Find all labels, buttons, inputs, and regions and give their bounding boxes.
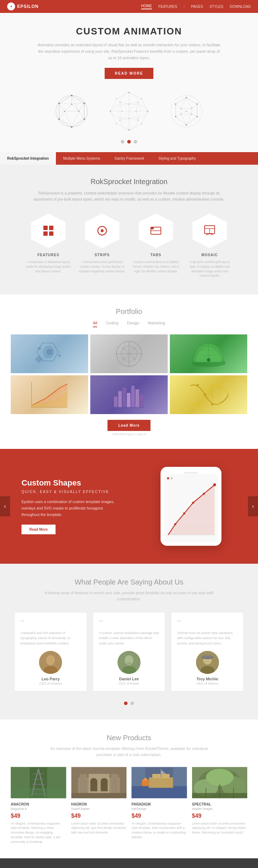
svg-rect-105 xyxy=(43,231,48,236)
author-role-1: CEO of Heaven xyxy=(20,682,81,685)
site-footer: Join Our Newsletter Sign up to receive i… xyxy=(0,858,258,868)
testimonial-card-3: " Choose from six preset style variation… xyxy=(171,612,244,691)
testimonial-dot-2[interactable] xyxy=(130,702,134,705)
product-name-anacron: ANACRON xyxy=(11,802,66,806)
dot-2[interactable] xyxy=(127,140,131,144)
features-grid: FEATURES A showcase or slideshow layout … xyxy=(14,214,244,278)
feature-desc-tabs: Custom content items in a tabbed format,… xyxy=(133,260,179,273)
svg-rect-141 xyxy=(131,386,135,407)
feature-item-features: FEATURES A showcase or slideshow layout … xyxy=(25,214,72,278)
svg-rect-103 xyxy=(43,226,48,230)
svg-rect-178 xyxy=(203,655,212,658)
nav-styles[interactable]: STYLES xyxy=(210,5,223,9)
portfolio-item-6[interactable] xyxy=(170,375,247,414)
portfolio-item-1[interactable] xyxy=(11,334,88,373)
shapes-subtitle: QUICK, EASY & VISUALLY EFFECTIVE xyxy=(22,490,134,494)
feature-desc-features: A showcase or slideshow layout mode for … xyxy=(25,260,72,273)
custom-shapes-section: ‹ Custom Shapes QUICK, EASY & VISUALLY E… xyxy=(0,449,258,564)
svg-line-68 xyxy=(129,118,138,120)
svg-line-23 xyxy=(72,104,79,111)
svg-point-117 xyxy=(47,349,52,355)
nav-download[interactable]: DOWNLOAD xyxy=(230,5,251,9)
product-desc-paradigm: An elegant, contemporary magazine-style … xyxy=(132,821,187,840)
hero-shapes xyxy=(29,90,229,134)
portfolio-section: Portfolio All Coding Design Marketing xyxy=(0,295,258,449)
hero-cta-button[interactable]: READ MORE xyxy=(105,68,153,79)
portfolio-item-4[interactable] xyxy=(11,375,88,414)
svg-rect-138 xyxy=(118,391,122,407)
nav-features[interactable]: FEATURES xyxy=(158,5,177,9)
svg-line-95 xyxy=(192,114,197,117)
svg-point-162 xyxy=(174,523,176,525)
tab-styling[interactable]: Styling and Typography xyxy=(151,152,203,165)
feature-desc-mosaic: A dynamic content grid layout type, to d… xyxy=(186,260,233,278)
product-name-paradigm: PARADIGM xyxy=(132,802,187,806)
svg-point-216 xyxy=(206,769,233,786)
svg-rect-201 xyxy=(71,793,127,798)
svg-line-98 xyxy=(181,114,186,125)
svg-line-60 xyxy=(129,124,142,130)
roksprocket-section: RokSprocket Integration RokSprocket is a… xyxy=(0,165,258,295)
nav-home[interactable]: HOME xyxy=(141,4,152,9)
next-arrow[interactable]: › xyxy=(248,496,258,516)
author-name-1: Leo Parry xyxy=(20,677,81,681)
testimonial-text-2: A custom Joomla installation package tha… xyxy=(99,630,159,646)
product-card-hadron: HADRON Suite/Chapter $49 Lorem ipsum dol… xyxy=(71,766,127,844)
svg-line-59 xyxy=(116,124,129,130)
product-name-hadron: HADRON xyxy=(71,802,127,806)
svg-line-99 xyxy=(186,108,192,111)
portfolio-item-2[interactable] xyxy=(90,334,168,373)
svg-line-21 xyxy=(59,103,64,111)
svg-line-22 xyxy=(59,111,64,119)
load-more-button[interactable]: Load More xyxy=(108,420,150,431)
svg-line-65 xyxy=(120,111,122,120)
testimonial-dot-1[interactable] xyxy=(124,702,128,705)
svg-rect-203 xyxy=(132,786,187,798)
portfolio-item-5[interactable] xyxy=(90,375,168,414)
svg-line-85 xyxy=(176,117,186,125)
svg-rect-106 xyxy=(49,231,53,236)
svg-rect-143 xyxy=(140,395,143,407)
testimonial-dots xyxy=(14,702,244,705)
svg-line-53 xyxy=(116,93,129,99)
svg-point-196 xyxy=(101,778,108,783)
prev-arrow[interactable]: ‹ xyxy=(0,496,10,516)
dot-1[interactable] xyxy=(121,140,124,144)
product-subtitle-spectral: Header Images xyxy=(192,807,248,811)
hero-title: CUSTOM ANIMATION xyxy=(29,26,229,37)
logo-text: EPSILON xyxy=(17,4,39,9)
filter-coding[interactable]: Coding xyxy=(106,321,118,327)
new-products-section: New Products An overview of the latest J… xyxy=(0,719,258,858)
svg-point-194 xyxy=(90,778,97,783)
filter-design[interactable]: Design xyxy=(127,321,139,327)
product-price-hadron: $49 xyxy=(71,813,127,819)
nav-pages[interactable]: PAGES xyxy=(191,5,203,9)
dot-3[interactable] xyxy=(134,140,137,144)
tab-menu[interactable]: Multiple Menu Systems xyxy=(56,152,107,165)
hero-dots xyxy=(29,140,229,144)
filter-marketing[interactable]: Marketing xyxy=(148,321,165,327)
product-subtitle-anacron: Magazine & xyxy=(11,807,66,811)
logo: ✦ EPSILON xyxy=(7,3,39,10)
shapes-cta-button[interactable]: Read More xyxy=(22,525,56,534)
portfolio-item-3[interactable] xyxy=(170,334,247,373)
feature-hex-tabs xyxy=(139,214,173,248)
portfolio-title: Portfolio xyxy=(11,308,247,316)
tab-gantry[interactable]: Gantry Framework xyxy=(108,152,152,165)
svg-line-19 xyxy=(79,111,84,119)
svg-line-55 xyxy=(110,99,116,111)
portfolio-grid-row2 xyxy=(11,375,247,414)
products-subtitle: An overview of the latest Joomla templat… xyxy=(43,746,215,758)
author-role-2: CEO of Power xyxy=(99,682,159,685)
svg-point-164 xyxy=(192,502,194,504)
avatar-3 xyxy=(196,651,219,674)
tab-roksprocket[interactable]: RokSprocket Integration xyxy=(0,152,56,165)
svg-rect-104 xyxy=(49,226,53,230)
feature-title-tabs: TABS xyxy=(133,253,179,257)
shapes-desc: Epsilon uses a combination of custom tem… xyxy=(22,499,122,518)
filter-all[interactable]: All xyxy=(93,321,97,327)
svg-rect-197 xyxy=(80,774,87,794)
svg-point-146 xyxy=(204,394,206,396)
product-image-hadron xyxy=(71,766,127,799)
feature-item-mosaic: MOSAIC A dynamic content grid layout typ… xyxy=(186,214,233,278)
